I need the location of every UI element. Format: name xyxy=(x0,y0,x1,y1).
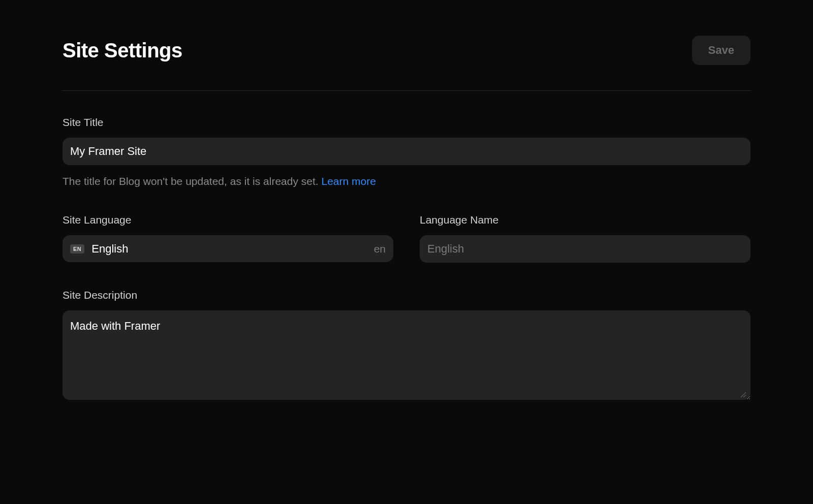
language-name-input[interactable] xyxy=(420,235,751,263)
helper-text: The title for Blog won't be updated, as … xyxy=(62,175,321,187)
site-language-select[interactable]: EN English en xyxy=(62,235,393,262)
site-title-label: Site Title xyxy=(62,116,751,129)
site-language-value: English xyxy=(91,242,373,256)
site-title-input[interactable] xyxy=(62,138,751,165)
header: Site Settings Save xyxy=(62,36,751,91)
site-language-field: Site Language EN English en xyxy=(62,214,393,263)
site-language-code: en xyxy=(374,243,386,255)
site-description-field: Site Description xyxy=(62,289,751,402)
site-description-label: Site Description xyxy=(62,289,751,301)
site-language-label: Site Language xyxy=(62,214,393,226)
site-description-input[interactable] xyxy=(62,310,751,400)
learn-more-link[interactable]: Learn more xyxy=(321,175,376,187)
language-name-label: Language Name xyxy=(420,214,751,226)
language-badge-icon: EN xyxy=(70,244,84,254)
site-title-field: Site Title The title for Blog won't be u… xyxy=(62,116,751,187)
page-title: Site Settings xyxy=(62,39,182,62)
site-title-helper: The title for Blog won't be updated, as … xyxy=(62,175,751,187)
language-name-field: Language Name xyxy=(420,214,751,263)
save-button[interactable]: Save xyxy=(692,36,751,65)
